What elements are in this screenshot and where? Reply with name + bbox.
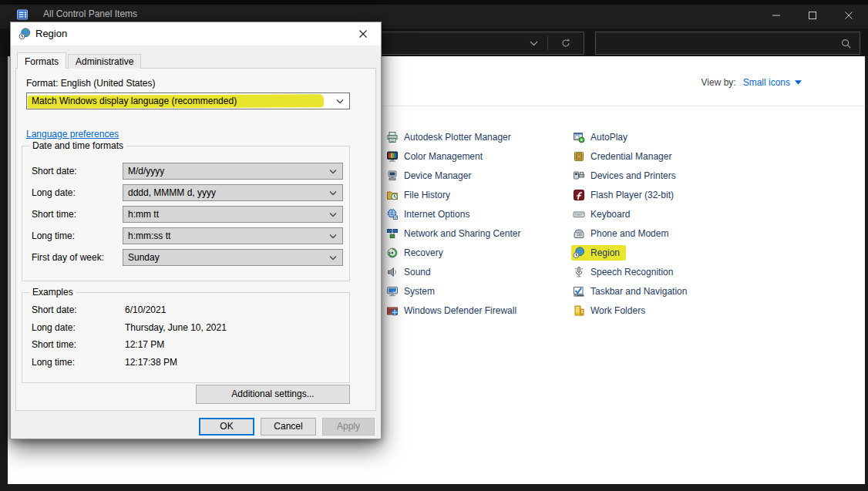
sound-icon (386, 266, 399, 278)
search-input[interactable] (602, 34, 833, 52)
tab-formats[interactable]: Formats (17, 52, 66, 69)
close-button[interactable] (832, 3, 868, 27)
row-label: Short date: (32, 166, 77, 177)
caret-down-icon (795, 80, 802, 85)
item-label: Color Management (404, 151, 483, 162)
datetime-row: Long date: dddd, MMMM d, yyyy (22, 184, 349, 201)
control-panel-item[interactable]: Internet Options (385, 204, 527, 224)
combobox-value: dddd, MMMM d, yyyy (128, 185, 216, 200)
dialog-button-row: OK Cancel Apply (11, 418, 381, 436)
control-panel-item[interactable]: AutoPlay (571, 127, 693, 146)
ok-button[interactable]: OK (199, 418, 254, 436)
control-panel-item[interactable]: File History (385, 185, 527, 204)
language-preferences-link[interactable]: Language preferences (26, 129, 119, 140)
control-panel-item[interactable]: Recovery (385, 243, 527, 262)
region-icon (19, 28, 31, 40)
plotter-manager-icon (386, 131, 399, 143)
internet-options-icon (386, 208, 399, 220)
region-icon (573, 247, 585, 259)
tab-administrative[interactable]: Administrative (68, 54, 141, 69)
maximize-button[interactable] (796, 3, 832, 27)
work-folders-icon (573, 304, 585, 317)
control-panel-item[interactable]: Autodesk Plotter Manager (385, 127, 527, 146)
devices-printers-icon (573, 170, 585, 182)
format-combobox[interactable]: Match Windows display language (recommen… (26, 92, 350, 109)
item-label: File History (404, 190, 450, 200)
view-by-label: View by: (701, 77, 736, 88)
color-management-icon (386, 150, 399, 163)
row-value: 6/10/2021 (125, 304, 166, 315)
combobox-value: M/d/yyyy (128, 163, 164, 179)
dialog-close-button[interactable] (352, 25, 375, 42)
row-label: Short time: (32, 339, 76, 350)
chevron-down-icon (329, 170, 337, 174)
additional-settings-button[interactable]: Additional settings... (196, 385, 350, 404)
datetime-combobox[interactable]: dddd, MMMM d, yyyy (123, 184, 343, 201)
minimize-button[interactable] (759, 3, 796, 27)
control-panel-window: All Control Panel Items View by: Small i… (0, 0, 868, 491)
datetime-combobox[interactable]: h:mm tt (123, 206, 343, 223)
control-panel-item[interactable]: Region (571, 243, 693, 262)
control-panel-item[interactable]: Windows Defender Firewall (385, 301, 527, 320)
row-label: First day of week: (32, 252, 104, 263)
flash-player-icon (573, 189, 585, 201)
control-panel-item[interactable]: Sound (385, 262, 527, 281)
format-combobox-value: Match Windows display language (recommen… (32, 93, 237, 109)
close-icon (358, 29, 368, 39)
items-column-2: AutoPlay Credential Manager Devices and … (571, 127, 693, 320)
chevron-down-icon (329, 213, 337, 217)
item-label: Work Folders (590, 305, 645, 316)
refresh-icon (560, 38, 571, 49)
control-panel-item[interactable]: Color Management (385, 146, 527, 166)
item-label: Network and Sharing Center (404, 228, 520, 239)
control-panel-item[interactable]: Device Manager (385, 166, 527, 185)
datetime-combobox[interactable]: h:mm:ss tt (123, 227, 343, 244)
search-box (595, 32, 860, 55)
cancel-button[interactable]: Cancel (261, 418, 316, 436)
row-label: Short time: (32, 209, 76, 220)
datetime-combobox[interactable]: M/d/yyyy (123, 163, 343, 180)
search-icon (840, 38, 852, 49)
item-label: Windows Defender Firewall (404, 305, 516, 316)
combobox-value: h:mm tt (128, 207, 159, 222)
control-panel-item[interactable]: Speech Recognition (571, 262, 693, 281)
control-panel-item[interactable]: Credential Manager (571, 146, 693, 166)
control-panel-item[interactable]: Work Folders (571, 301, 693, 320)
item-label: Flash Player (32-bit) (590, 190, 674, 200)
item-label: System (404, 286, 435, 297)
speech-recognition-icon (573, 266, 585, 278)
window-maximize-icon (808, 11, 820, 20)
dialog-titlebar[interactable]: Region (11, 22, 381, 45)
datetime-row: Short date: M/d/yyyy (22, 163, 349, 180)
item-label: AutoPlay (590, 132, 627, 143)
refresh-button[interactable] (550, 32, 582, 54)
row-label: Long date: (32, 187, 76, 198)
datetime-row: Short time: h:mm tt (22, 206, 349, 223)
control-panel-item[interactable]: Taskbar and Navigation (571, 281, 693, 301)
view-by-value: Small icons (743, 77, 790, 88)
item-label: Credential Manager (590, 151, 671, 162)
control-panel-item[interactable]: Devices and Printers (571, 166, 693, 185)
window-minimize-icon (772, 11, 784, 20)
chevron-down-icon (530, 41, 538, 46)
item-label: Phone and Modem (590, 228, 668, 239)
apply-button: Apply (322, 418, 375, 436)
datetime-formats-group: Date and time formats Short date: M/d/yy… (22, 146, 350, 281)
view-by-selector[interactable]: Small icons (743, 77, 802, 88)
chevron-down-icon (336, 99, 344, 104)
row-label: Long time: (32, 357, 75, 368)
address-dropdown-button[interactable] (520, 32, 547, 54)
control-panel-item[interactable]: System (385, 281, 527, 301)
address-bar-divider (547, 35, 548, 51)
chevron-down-icon (329, 191, 337, 196)
combobox-value: h:mm:ss tt (128, 228, 170, 244)
examples-group: Examples Short date: 6/10/2021 Long date… (22, 292, 350, 383)
control-panel-item[interactable]: Keyboard (571, 204, 693, 224)
datetime-combobox[interactable]: Sunday (123, 249, 343, 266)
control-panel-item[interactable]: Phone and Modem (571, 224, 693, 243)
row-value: 12:17:38 PM (125, 357, 177, 368)
item-label: Devices and Printers (590, 170, 676, 181)
keyboard-icon (573, 208, 585, 220)
control-panel-item[interactable]: Flash Player (32-bit) (571, 185, 693, 204)
control-panel-item[interactable]: Network and Sharing Center (385, 224, 527, 243)
